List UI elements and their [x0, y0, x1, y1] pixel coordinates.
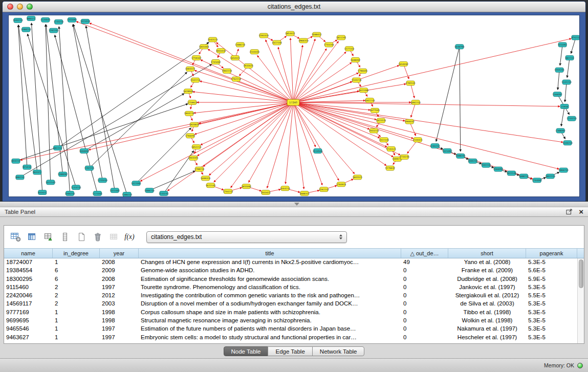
graph-node[interactable]: 1288092 — [555, 128, 565, 133]
scrollbar-thumb[interactable] — [579, 259, 583, 288]
graph-node[interactable]: 1044245 — [554, 68, 564, 72]
graph-node[interactable]: 1233210 — [54, 19, 64, 24]
graph-node[interactable]: 1514545 — [313, 149, 323, 154]
graph-node[interactable]: 992210 — [53, 146, 62, 150]
table-row[interactable]: 911546021997Tourette syndrome. Phenomeno… — [4, 283, 577, 292]
tab-network-table[interactable]: Network Table — [312, 346, 365, 356]
edit-table-icon[interactable] — [42, 230, 55, 244]
graph-node[interactable]: 963321 — [33, 170, 41, 174]
graph-node[interactable]: 988321 — [27, 16, 35, 20]
column-header-year[interactable]: year — [100, 249, 139, 258]
graph-node[interactable]: 1744210 — [223, 189, 233, 194]
graph-node[interactable]: 1744092 — [532, 178, 542, 183]
graph-node[interactable]: 921092 — [558, 42, 567, 47]
graph-node[interactable]: 2104421 — [412, 138, 423, 142]
graph-node[interactable]: 1321045 — [110, 188, 120, 193]
graph-node[interactable]: 1902210 — [222, 69, 232, 73]
network-selector-dropdown[interactable]: citations_edges.txt — [146, 231, 347, 243]
graph-node[interactable]: 1388245 — [455, 154, 466, 158]
graph-node[interactable]: 1577310 — [344, 47, 355, 51]
graph-node[interactable]: 844210 — [12, 159, 20, 163]
graph-node[interactable]: 1766092 — [185, 134, 195, 138]
graph-node[interactable]: 1422092 — [131, 181, 141, 186]
close-panel-icon[interactable]: × — [579, 208, 583, 215]
graph-node[interactable]: 1933210 — [369, 128, 379, 133]
graph-node[interactable]: 921033 — [23, 165, 32, 169]
graph-node[interactable]: 1592210 — [319, 187, 329, 192]
graph-node[interactable]: 1044092 — [79, 149, 90, 154]
graph-node[interactable]: 15958 — [560, 104, 569, 109]
splitter-grip-icon[interactable] — [294, 203, 299, 206]
graph-node[interactable]: 2088412 — [312, 32, 322, 37]
graph-node[interactable]: 1966032 — [404, 119, 415, 124]
graph-node[interactable]: 1933421 — [260, 190, 271, 195]
table-row[interactable]: 946362711997Embryonic stem cells: a mode… — [4, 334, 577, 342]
graph-node[interactable]: 1192245 — [49, 28, 59, 33]
graph-node[interactable]: 1444210 — [468, 159, 478, 163]
delete-icon[interactable] — [91, 230, 104, 244]
graph-node[interactable]: 1344210 — [562, 141, 573, 145]
row-height-icon[interactable] — [58, 230, 72, 244]
graph-node[interactable]: 1622145 — [206, 183, 216, 188]
graph-node[interactable]: 1831004 — [199, 45, 209, 49]
zoom-window-button[interactable] — [27, 4, 33, 10]
graph-node[interactable]: 1121045 — [93, 191, 103, 196]
panel-splitter[interactable] — [0, 202, 588, 207]
graph-node[interactable]: 1088210 — [21, 27, 31, 32]
graph-node[interactable]: 1244210 — [430, 144, 440, 148]
graph-node[interactable]: 2044210 — [280, 186, 290, 191]
network-graph[interactable]: 1724018310041759342168332115422101628904… — [9, 15, 579, 196]
graph-node[interactable]: 1866210 — [558, 168, 569, 172]
graph-node[interactable]: 933421 — [38, 190, 47, 195]
graph-node[interactable]: 1544218 — [352, 78, 362, 82]
graph-node[interactable]: 1022145 — [46, 180, 56, 185]
graph-node[interactable]: 1133210 — [71, 185, 81, 190]
graph-node[interactable]: 1066210 — [65, 191, 75, 196]
graph-node[interactable]: 1844210 — [184, 111, 194, 116]
graph-node[interactable]: 982210 — [565, 56, 574, 60]
graph-node[interactable]: 1355092 — [67, 17, 77, 22]
table-row[interactable]: 969969511998Structural magnetic resonanc… — [4, 317, 577, 325]
graph-node[interactable]: 1628904 — [183, 89, 193, 94]
graph-node[interactable]: 1255033 — [98, 178, 108, 183]
table-settings-icon[interactable] — [9, 230, 23, 244]
graph-node[interactable]: 1745521 — [386, 147, 397, 151]
graph-node[interactable]: 1688315 — [299, 191, 310, 196]
graph-node[interactable]: 1785531 — [405, 81, 416, 85]
window-titlebar[interactable]: citations_edges.txt — [3, 2, 585, 12]
graph-node[interactable]: 2043123 — [208, 37, 218, 42]
graph-node[interactable]: 2022145 — [379, 138, 389, 142]
graph-node[interactable]: 1796645 — [358, 69, 368, 73]
column-header-out-de-[interactable]: △ out_de… — [401, 249, 448, 258]
column-header-name[interactable]: name — [4, 249, 53, 258]
table-row[interactable]: 946554611997Estimation of the future num… — [4, 325, 577, 333]
graph-node[interactable]: 1502233 — [481, 163, 491, 167]
graph-node[interactable]: 1388210 — [122, 192, 132, 196]
graph-node[interactable]: 1788210 — [194, 167, 205, 171]
graph-node[interactable]: 1622145 — [507, 171, 517, 176]
graph-node[interactable]: 1833410 — [216, 49, 226, 53]
float-panel-icon[interactable] — [566, 209, 573, 215]
graph-node[interactable]: 1760924 — [336, 182, 346, 187]
graph-node[interactable]: 1683321 — [185, 67, 195, 71]
graph-node[interactable]: 1688210 — [519, 174, 529, 179]
network-canvas[interactable]: 1724018310041759342168332115422101628904… — [8, 15, 580, 197]
graph-node[interactable]: 1855092 — [242, 184, 252, 189]
graph-node[interactable]: 1576632 — [385, 166, 396, 170]
show-columns-icon[interactable] — [26, 230, 39, 244]
graph-node[interactable]: 1745092 — [211, 60, 221, 64]
graph-node[interactable]: 1102210 — [561, 80, 572, 84]
graph-node[interactable]: 1811245 — [336, 35, 346, 40]
graph-node[interactable]: 1321092 — [442, 149, 452, 154]
minimize-window-button[interactable] — [17, 4, 23, 10]
table-row[interactable]: 1830029562008Estimation of significance … — [4, 275, 577, 283]
graph-node[interactable]: 1654321 — [230, 56, 241, 60]
table-row[interactable]: 2242004622012Investigating the contribut… — [4, 292, 577, 300]
graph-node[interactable]: 1688092 — [351, 58, 361, 62]
graph-node[interactable]: 1802233 — [545, 174, 555, 179]
graph-node[interactable]: 1903345 — [188, 156, 199, 160]
graph-node[interactable]: 1593320 — [258, 33, 269, 38]
graph-node[interactable]: 1920837 — [189, 122, 200, 127]
graph-node[interactable]: 2104433 — [250, 50, 260, 54]
map-table-icon[interactable] — [107, 230, 121, 244]
